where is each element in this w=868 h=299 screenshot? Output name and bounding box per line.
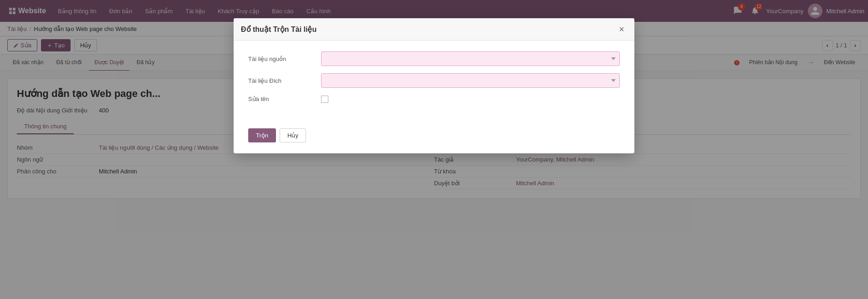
modal-body: Tài liệu nguồn Tài liệu Đích Sửa tên: [234, 41, 634, 121]
modal-cancel-button[interactable]: Hủy: [280, 128, 306, 142]
source-label: Tài liệu nguồn: [248, 56, 321, 62]
modal-footer: Trộn Hủy: [234, 121, 634, 153]
source-select[interactable]: [321, 51, 620, 66]
rename-checkbox[interactable]: [321, 96, 328, 103]
rename-label: Sửa tên: [248, 96, 321, 102]
modal-overlay[interactable]: Đổ thuật Trộn Tài liệu × Tài liệu nguồn …: [0, 0, 868, 206]
dest-row: Tài liệu Đích: [248, 73, 620, 88]
dest-label: Tài liệu Đích: [248, 77, 321, 84]
dest-field: [321, 73, 620, 88]
source-field: [321, 51, 620, 66]
modal-close-button[interactable]: ×: [616, 24, 627, 35]
modal-title: Đổ thuật Trộn Tài liệu: [241, 25, 317, 34]
rename-field: [321, 95, 620, 103]
merge-button[interactable]: Trộn: [248, 128, 276, 142]
merge-modal: Đổ thuật Trộn Tài liệu × Tài liệu nguồn …: [234, 18, 634, 153]
modal-header: Đổ thuật Trộn Tài liệu ×: [234, 18, 634, 41]
source-row: Tài liệu nguồn: [248, 51, 620, 66]
rename-row: Sửa tên: [248, 95, 620, 103]
dest-select[interactable]: [321, 73, 620, 88]
